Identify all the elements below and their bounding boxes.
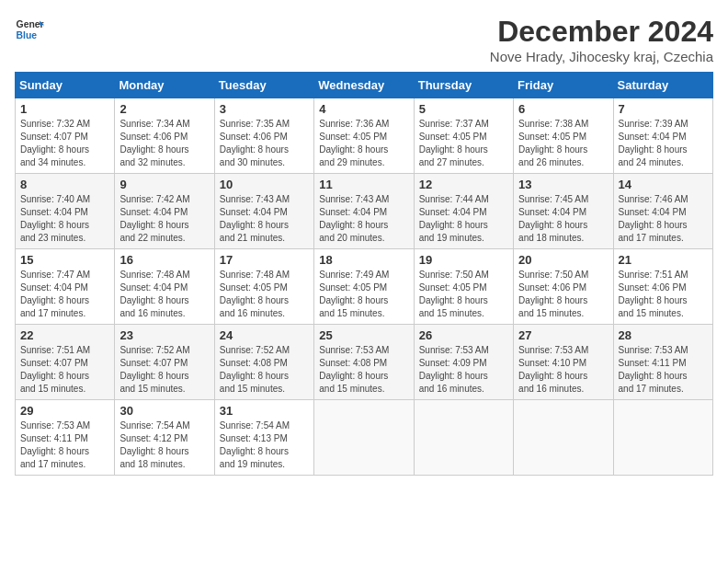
- table-row: 15Sunrise: 7:47 AM Sunset: 4:04 PM Dayli…: [16, 249, 115, 325]
- table-row: 30Sunrise: 7:54 AM Sunset: 4:12 PM Dayli…: [115, 400, 214, 476]
- logo-icon: General Blue: [15, 15, 44, 44]
- day-info: Sunrise: 7:48 AM Sunset: 4:04 PM Dayligh…: [119, 269, 209, 320]
- col-wednesday: Wednesday: [314, 73, 414, 98]
- table-row: 3Sunrise: 7:35 AM Sunset: 4:06 PM Daylig…: [214, 98, 313, 174]
- day-number: 27: [518, 328, 608, 342]
- day-info: Sunrise: 7:46 AM Sunset: 4:04 PM Dayligh…: [619, 193, 708, 245]
- table-row: 2Sunrise: 7:34 AM Sunset: 4:06 PM Daylig…: [115, 98, 214, 174]
- day-info: Sunrise: 7:42 AM Sunset: 4:04 PM Dayligh…: [119, 193, 209, 245]
- table-row: 22Sunrise: 7:51 AM Sunset: 4:07 PM Dayli…: [16, 325, 115, 400]
- day-number: 14: [619, 178, 708, 191]
- table-row: 21Sunrise: 7:51 AM Sunset: 4:06 PM Dayli…: [613, 249, 712, 325]
- table-row: 24Sunrise: 7:52 AM Sunset: 4:08 PM Dayli…: [214, 325, 313, 400]
- table-row: 5Sunrise: 7:37 AM Sunset: 4:05 PM Daylig…: [414, 98, 513, 174]
- calendar-week-row: 29Sunrise: 7:53 AM Sunset: 4:11 PM Dayli…: [16, 400, 713, 476]
- col-monday: Monday: [115, 73, 214, 98]
- day-number: 7: [619, 102, 708, 116]
- day-info: Sunrise: 7:32 AM Sunset: 4:07 PM Dayligh…: [20, 118, 109, 169]
- day-number: 30: [119, 404, 209, 418]
- day-info: Sunrise: 7:34 AM Sunset: 4:06 PM Dayligh…: [119, 118, 209, 169]
- col-saturday: Saturday: [613, 73, 712, 98]
- calendar-table: Sunday Monday Tuesday Wednesday Thursday…: [15, 72, 713, 476]
- table-row: 9Sunrise: 7:42 AM Sunset: 4:04 PM Daylig…: [115, 174, 214, 249]
- subtitle: Nove Hrady, Jihocesky kraj, Czechia: [490, 49, 713, 64]
- table-row: 14Sunrise: 7:46 AM Sunset: 4:04 PM Dayli…: [613, 174, 712, 249]
- table-row: 27Sunrise: 7:53 AM Sunset: 4:10 PM Dayli…: [514, 325, 613, 400]
- table-row: 20Sunrise: 7:50 AM Sunset: 4:06 PM Dayli…: [514, 249, 613, 325]
- table-row: 11Sunrise: 7:43 AM Sunset: 4:04 PM Dayli…: [314, 174, 414, 249]
- table-row: 18Sunrise: 7:49 AM Sunset: 4:05 PM Dayli…: [314, 249, 414, 325]
- col-friday: Friday: [514, 73, 613, 98]
- table-row: 8Sunrise: 7:40 AM Sunset: 4:04 PM Daylig…: [16, 174, 115, 249]
- col-sunday: Sunday: [16, 73, 115, 98]
- table-row: 13Sunrise: 7:45 AM Sunset: 4:04 PM Dayli…: [514, 174, 613, 249]
- day-number: 17: [220, 253, 309, 267]
- calendar-header-row: Sunday Monday Tuesday Wednesday Thursday…: [16, 73, 713, 98]
- day-info: Sunrise: 7:50 AM Sunset: 4:05 PM Dayligh…: [419, 269, 508, 320]
- table-row: 31Sunrise: 7:54 AM Sunset: 4:13 PM Dayli…: [214, 400, 313, 476]
- main-title: December 2024: [490, 15, 713, 49]
- day-number: 18: [319, 253, 408, 267]
- table-row: 12Sunrise: 7:44 AM Sunset: 4:04 PM Dayli…: [414, 174, 513, 249]
- day-info: Sunrise: 7:51 AM Sunset: 4:06 PM Dayligh…: [619, 269, 708, 320]
- table-row: 19Sunrise: 7:50 AM Sunset: 4:05 PM Dayli…: [414, 249, 513, 325]
- calendar-week-row: 15Sunrise: 7:47 AM Sunset: 4:04 PM Dayli…: [16, 249, 713, 325]
- day-info: Sunrise: 7:36 AM Sunset: 4:05 PM Dayligh…: [319, 118, 408, 169]
- day-info: Sunrise: 7:37 AM Sunset: 4:05 PM Dayligh…: [419, 118, 508, 169]
- day-info: Sunrise: 7:53 AM Sunset: 4:08 PM Dayligh…: [319, 344, 408, 396]
- table-row: 10Sunrise: 7:43 AM Sunset: 4:04 PM Dayli…: [214, 174, 313, 249]
- title-block: December 2024 Nove Hrady, Jihocesky kraj…: [490, 15, 713, 64]
- calendar-week-row: 1Sunrise: 7:32 AM Sunset: 4:07 PM Daylig…: [16, 98, 713, 174]
- day-number: 20: [518, 253, 608, 267]
- day-info: Sunrise: 7:35 AM Sunset: 4:06 PM Dayligh…: [220, 118, 309, 169]
- table-row: 25Sunrise: 7:53 AM Sunset: 4:08 PM Dayli…: [314, 325, 414, 400]
- day-info: Sunrise: 7:52 AM Sunset: 4:08 PM Dayligh…: [220, 344, 309, 396]
- day-number: 10: [220, 178, 309, 191]
- day-info: Sunrise: 7:43 AM Sunset: 4:04 PM Dayligh…: [220, 193, 309, 245]
- page-header: General Blue December 2024 Nove Hrady, J…: [15, 15, 713, 64]
- day-info: Sunrise: 7:39 AM Sunset: 4:04 PM Dayligh…: [619, 118, 708, 169]
- table-row: [314, 400, 414, 476]
- calendar-week-row: 8Sunrise: 7:40 AM Sunset: 4:04 PM Daylig…: [16, 174, 713, 249]
- day-number: 29: [20, 404, 109, 418]
- day-info: Sunrise: 7:53 AM Sunset: 4:11 PM Dayligh…: [20, 419, 109, 471]
- day-number: 1: [20, 102, 109, 116]
- col-thursday: Thursday: [414, 73, 513, 98]
- day-number: 23: [119, 328, 209, 342]
- table-row: 1Sunrise: 7:32 AM Sunset: 4:07 PM Daylig…: [16, 98, 115, 174]
- day-number: 5: [419, 102, 508, 116]
- day-info: Sunrise: 7:51 AM Sunset: 4:07 PM Dayligh…: [20, 344, 109, 396]
- day-number: 25: [319, 328, 408, 342]
- day-info: Sunrise: 7:44 AM Sunset: 4:04 PM Dayligh…: [419, 193, 508, 245]
- day-number: 24: [220, 328, 309, 342]
- day-info: Sunrise: 7:38 AM Sunset: 4:05 PM Dayligh…: [518, 118, 608, 169]
- day-number: 6: [518, 102, 608, 116]
- table-row: 4Sunrise: 7:36 AM Sunset: 4:05 PM Daylig…: [314, 98, 414, 174]
- day-number: 9: [119, 178, 209, 191]
- day-number: 13: [518, 178, 608, 191]
- table-row: [613, 400, 712, 476]
- day-number: 26: [419, 328, 508, 342]
- day-number: 16: [119, 253, 209, 267]
- table-row: 23Sunrise: 7:52 AM Sunset: 4:07 PM Dayli…: [115, 325, 214, 400]
- table-row: 6Sunrise: 7:38 AM Sunset: 4:05 PM Daylig…: [514, 98, 613, 174]
- day-number: 28: [619, 328, 708, 342]
- day-info: Sunrise: 7:43 AM Sunset: 4:04 PM Dayligh…: [319, 193, 408, 245]
- day-number: 21: [619, 253, 708, 267]
- day-info: Sunrise: 7:48 AM Sunset: 4:05 PM Dayligh…: [220, 269, 309, 320]
- day-number: 11: [319, 178, 408, 191]
- day-number: 15: [20, 253, 109, 267]
- day-info: Sunrise: 7:53 AM Sunset: 4:09 PM Dayligh…: [419, 344, 508, 396]
- day-info: Sunrise: 7:40 AM Sunset: 4:04 PM Dayligh…: [20, 193, 109, 245]
- col-tuesday: Tuesday: [214, 73, 313, 98]
- table-row: 7Sunrise: 7:39 AM Sunset: 4:04 PM Daylig…: [613, 98, 712, 174]
- table-row: 26Sunrise: 7:53 AM Sunset: 4:09 PM Dayli…: [414, 325, 513, 400]
- day-info: Sunrise: 7:49 AM Sunset: 4:05 PM Dayligh…: [319, 269, 408, 320]
- day-number: 12: [419, 178, 508, 191]
- day-number: 19: [419, 253, 508, 267]
- day-number: 2: [119, 102, 209, 116]
- day-info: Sunrise: 7:53 AM Sunset: 4:11 PM Dayligh…: [619, 344, 708, 396]
- day-info: Sunrise: 7:53 AM Sunset: 4:10 PM Dayligh…: [518, 344, 608, 396]
- day-number: 8: [20, 178, 109, 191]
- day-info: Sunrise: 7:47 AM Sunset: 4:04 PM Dayligh…: [20, 269, 109, 320]
